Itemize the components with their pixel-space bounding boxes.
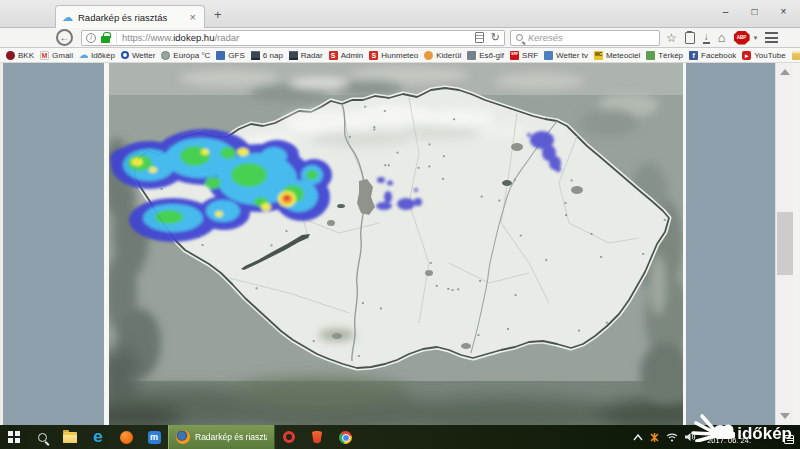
bookmark-es-gif[interactable]: Eső-gif <box>467 51 504 60</box>
radar-cell-yellow <box>261 203 271 211</box>
bookmark-label: Meteociel <box>606 51 640 60</box>
home-icon[interactable]: ⌂ <box>718 31 726 44</box>
radar-cell-shower <box>377 177 385 183</box>
bookmark-facebook[interactable]: fFacebook <box>689 51 736 60</box>
maximize-button[interactable]: □ <box>740 2 769 20</box>
radar-cell-shower <box>527 133 531 137</box>
bookmark-6-nap[interactable]: 6 nap <box>251 51 283 60</box>
bookmark-admin[interactable]: SAdmin <box>329 51 364 60</box>
play-icon: ▸ <box>742 51 751 60</box>
window-edge <box>793 63 800 425</box>
adblock-dropdown-icon[interactable]: ▾ <box>754 34 758 42</box>
bookmark-bkk[interactable]: BKK <box>6 51 34 60</box>
bookmark-label: Európa °C <box>173 51 210 60</box>
taskbar-avast-button[interactable] <box>112 425 140 449</box>
scrollbar-thumb[interactable] <box>777 212 793 275</box>
taskbar-edge-button[interactable]: e <box>84 425 112 449</box>
tray-avast-icon[interactable] <box>650 433 659 442</box>
taskbar-search-button[interactable] <box>28 425 56 449</box>
bookmark-wetter-tv[interactable]: Wetter tv <box>544 51 588 60</box>
page-content <box>0 63 800 425</box>
minimize-button[interactable]: – <box>711 2 740 20</box>
wifi-icon[interactable] <box>666 433 678 442</box>
tv-icon <box>289 51 298 60</box>
scrollbar[interactable] <box>775 63 793 425</box>
chrome-icon <box>339 431 352 444</box>
bookmark-radar[interactable]: Radar <box>289 51 323 60</box>
taskbar-opera-button[interactable] <box>275 425 303 449</box>
bookmark-gfs[interactable]: GFS <box>216 51 244 60</box>
radar-cell-green <box>180 146 210 166</box>
scroll-up-icon[interactable] <box>780 69 790 75</box>
bookmark-label: Kiderül <box>436 51 461 60</box>
search-icon <box>38 433 47 442</box>
taskbar-brave-button[interactable] <box>303 425 331 449</box>
bookmark-t-rk-p[interactable]: Térkép <box>646 51 683 60</box>
active-task-label: Radarkép és riasztá... <box>195 432 267 442</box>
radar-cell-yellow <box>237 148 249 156</box>
window-controls: – □ × <box>711 2 798 20</box>
bookmark-label: BKK <box>18 51 34 60</box>
screen: ☁ Radarkép és riasztás × + – □ × ← i htt… <box>0 0 800 449</box>
bookmark-star-icon[interactable]: ☆ <box>666 32 677 44</box>
menu-icon[interactable] <box>765 32 778 43</box>
adblock-icon[interactable]: ABP <box>734 31 750 45</box>
radar-cell-cyan <box>261 147 287 165</box>
radar-cell-yellow <box>131 158 143 166</box>
taskbar-active-firefox-task[interactable]: Radarkép és riasztá... <box>168 425 275 449</box>
circle-icon <box>6 51 15 60</box>
bookmark-p-nzes[interactable]: Pénzes <box>792 51 800 60</box>
explorer-icon <box>63 432 77 443</box>
bookmarks-menu-icon[interactable] <box>685 32 695 44</box>
tab-close-icon[interactable]: × <box>188 11 198 23</box>
folder-icon <box>792 51 800 60</box>
bookmark-kider-l[interactable]: Kiderül <box>424 51 461 60</box>
maxthon-icon: m <box>148 431 161 444</box>
downloads-icon[interactable]: ↓ <box>703 32 710 44</box>
taskbar-start-button[interactable] <box>0 425 28 449</box>
url-bar[interactable]: i https://www.idokep.hu/radar ↻ <box>81 30 505 46</box>
radar-cell-shower <box>387 181 393 186</box>
taskbar: emRadarkép és riasztá...2017. 06. 24. <box>0 425 800 449</box>
radar-cell-yellow <box>149 167 157 173</box>
radar-cell-red <box>284 195 290 201</box>
reader-mode-icon[interactable] <box>475 32 484 43</box>
bookmark-srf[interactable]: SRFSRF <box>510 51 538 60</box>
bookmark-meteociel[interactable]: MCMeteociel <box>594 51 640 60</box>
search-field[interactable]: Keresés <box>510 30 660 46</box>
taskbar-explorer-button[interactable] <box>56 425 84 449</box>
https-lock-icon[interactable] <box>101 36 110 43</box>
page-info-icon[interactable]: i <box>86 33 96 43</box>
bookmark-eur-pa-c[interactable]: Európa °C <box>161 51 210 60</box>
tray-chevron-up-icon[interactable] <box>633 434 643 441</box>
radar-cell-shower <box>397 198 415 210</box>
radar-cell-green <box>205 177 221 189</box>
close-button[interactable]: × <box>769 2 798 20</box>
bookmark-gmail[interactable]: MGmail <box>40 51 73 60</box>
bookmark-label: Facebook <box>701 51 736 60</box>
url-domain: idokep.hu <box>173 32 214 43</box>
bookmark-label: Wetter <box>132 51 155 60</box>
radar-map-image <box>109 63 683 425</box>
taskbar-maxthon-button[interactable]: m <box>140 425 168 449</box>
brave-icon <box>311 431 323 444</box>
new-tab-button[interactable]: + <box>214 7 222 22</box>
radar-map <box>104 63 686 425</box>
cloud-icon: ☁ <box>79 51 88 60</box>
bookmark-label: Wetter tv <box>556 51 588 60</box>
radar-cell-green <box>231 163 267 187</box>
cloud-favicon-icon: ☁ <box>62 12 73 23</box>
back-button[interactable]: ← <box>56 29 73 46</box>
reload-button[interactable]: ↻ <box>491 31 500 44</box>
bookmark-wetter[interactable]: Wetter <box>121 51 155 60</box>
tab-radarkep[interactable]: ☁ Radarkép és riasztás × <box>55 5 205 28</box>
taskbar-chrome-button[interactable] <box>331 425 359 449</box>
bookmarks-bar: BKKMGmail☁IdőképWetterEurópa °CGFS6 napR… <box>0 48 800 63</box>
bookmark-label: Radar <box>301 51 323 60</box>
bookmark-label: Gmail <box>52 51 73 60</box>
bookmark-hunmeteo[interactable]: SHunmeteo <box>369 51 418 60</box>
bookmark-label: Admin <box>341 51 364 60</box>
bookmark-label: YouTube <box>754 51 785 60</box>
bookmark-youtube[interactable]: ▸YouTube <box>742 51 785 60</box>
bookmark-id-k-p[interactable]: ☁Időkép <box>79 51 115 60</box>
